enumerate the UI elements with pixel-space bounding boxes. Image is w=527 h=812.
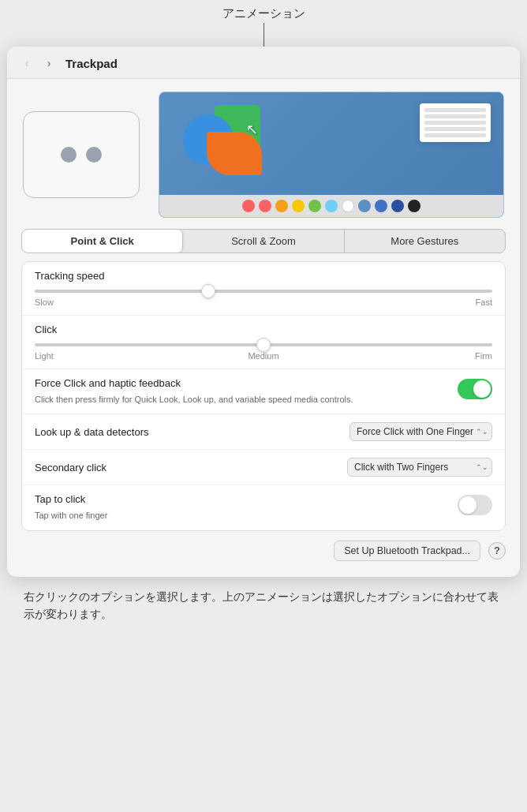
color-dot-10 <box>408 200 420 212</box>
tab-more-gestures[interactable]: More Gestures <box>345 230 505 253</box>
tab-point-click[interactable]: Point & Click <box>22 230 183 253</box>
annotation-line-top <box>264 23 264 47</box>
color-dot-5 <box>325 200 338 212</box>
force-click-label: Force Click and haptic feedback <box>35 377 448 389</box>
doc-line-3 <box>424 121 486 125</box>
document-panel <box>420 103 491 142</box>
top-annotation: アニメーション <box>0 0 527 47</box>
bottom-row: Set Up Bluetooth Trackpad... ? <box>7 531 520 564</box>
tap-to-click-toggle[interactable] <box>458 495 492 515</box>
color-dot-4 <box>308 200 321 212</box>
secondary-click-label: Secondary click <box>35 462 107 473</box>
click-row: Click Light Firm Medium <box>22 316 505 369</box>
color-dot-1 <box>259 200 271 212</box>
force-click-sublabel: Click then press firmly for Quick Look, … <box>35 394 448 406</box>
bottom-annotation-text: 右クリックのオプションを選択します。上のアニメーションは選択したオプションに合わ… <box>24 588 503 623</box>
tap-to-click-text: Tap to click Tap with one finger <box>35 493 448 522</box>
click-labels-wrap: Light Firm Medium <box>35 351 492 361</box>
window-body: ↖ Point & Click Scroll & Zoom More Gestu… <box>7 79 520 577</box>
tracking-speed-track[interactable] <box>35 290 492 293</box>
tracking-speed-thumb[interactable] <box>201 284 215 298</box>
trackpad-dots <box>61 147 102 163</box>
tap-to-click-control: Tap to click Tap with one finger <box>35 493 492 522</box>
doc-line-4 <box>424 127 486 131</box>
settings-section: Tracking speed Slow Fast Click <box>21 261 506 531</box>
tracking-speed-labels: Slow Fast <box>35 297 492 307</box>
titlebar: ‹ › Trackpad <box>7 47 520 79</box>
doc-line-5 <box>424 133 486 137</box>
force-click-text: Force Click and haptic feedback Click th… <box>35 377 448 406</box>
tracking-speed-slider-container: Slow Fast <box>35 286 492 307</box>
preview-area: ↖ <box>7 79 520 226</box>
lookup-dropdown-wrapper[interactable]: Force Click with One Finger Tap with Thr… <box>349 422 492 441</box>
click-firm-label: Firm <box>475 351 492 361</box>
force-click-control: Force Click and haptic feedback Click th… <box>35 377 492 406</box>
force-click-toggle[interactable] <box>458 379 492 399</box>
force-click-toggle-thumb <box>473 380 491 398</box>
doc-line-2 <box>424 114 486 118</box>
force-click-row: Force Click and haptic feedback Click th… <box>22 369 505 414</box>
window-title: Trackpad <box>65 57 118 70</box>
tracking-slow-label: Slow <box>35 297 54 307</box>
cursor-icon: ↖ <box>246 121 258 138</box>
trackpad-dot-right <box>86 147 102 163</box>
click-track[interactable] <box>35 343 492 346</box>
tap-to-click-label: Tap to click <box>35 493 448 505</box>
tap-to-click-row: Tap to click Tap with one finger <box>22 485 505 529</box>
desktop-preview: ↖ <box>159 92 504 218</box>
lookup-label: Look up & data detectors <box>35 426 149 438</box>
trackpad-thumbnail <box>23 111 140 198</box>
back-button[interactable]: ‹ <box>20 56 34 70</box>
desktop-animation: ↖ <box>159 92 503 195</box>
secondary-click-row: Secondary click Click with Two Fingers C… <box>22 450 505 485</box>
color-dot-7 <box>358 200 371 212</box>
color-dot-0 <box>242 200 255 212</box>
doc-line-1 <box>424 108 486 112</box>
tracking-speed-row: Tracking speed Slow Fast <box>22 262 505 316</box>
click-light-label: Light <box>35 351 54 361</box>
secondary-click-dropdown[interactable]: Click with Two Fingers Click in Bottom R… <box>347 458 492 477</box>
color-dot-2 <box>275 200 288 212</box>
trackpad-dot-left <box>61 147 77 163</box>
secondary-click-control: Secondary click Click with Two Fingers C… <box>35 458 492 477</box>
bluetooth-button[interactable]: Set Up Bluetooth Trackpad... <box>334 541 480 561</box>
help-button[interactable]: ? <box>488 542 506 559</box>
animation-label: アニメーション <box>222 6 305 21</box>
click-slider-container: Light Firm Medium <box>35 340 492 361</box>
tap-to-click-toggle-thumb <box>459 496 477 514</box>
bottom-annotation: 右クリックのオプションを選択します。上のアニメーションは選択したオプションに合わ… <box>0 577 527 623</box>
click-thumb[interactable] <box>256 338 271 352</box>
colorbar <box>159 195 503 217</box>
orange-shape-icon <box>207 132 262 175</box>
color-dot-9 <box>391 200 404 212</box>
click-medium-label: Medium <box>248 351 278 361</box>
color-dot-8 <box>375 200 387 212</box>
tracking-fast-label: Fast <box>476 297 492 307</box>
click-label: Click <box>35 324 492 335</box>
color-dot-6 <box>342 200 354 212</box>
lookup-dropdown[interactable]: Force Click with One Finger Tap with Thr… <box>349 422 492 441</box>
trackpad-window: ‹ › Trackpad <box>7 47 520 577</box>
forward-button[interactable]: › <box>42 56 56 70</box>
tab-scroll-zoom[interactable]: Scroll & Zoom <box>183 230 344 253</box>
lookup-control: Look up & data detectors Force Click wit… <box>35 422 492 441</box>
lookup-row: Look up & data detectors Force Click wit… <box>22 414 505 450</box>
tracking-speed-label: Tracking speed <box>35 270 492 282</box>
tap-to-click-sublabel: Tap with one finger <box>35 510 448 522</box>
secondary-click-dropdown-wrapper[interactable]: Click with Two Fingers Click in Bottom R… <box>347 458 492 477</box>
tabs-bar: Point & Click Scroll & Zoom More Gesture… <box>21 229 506 253</box>
color-dot-3 <box>292 200 305 212</box>
